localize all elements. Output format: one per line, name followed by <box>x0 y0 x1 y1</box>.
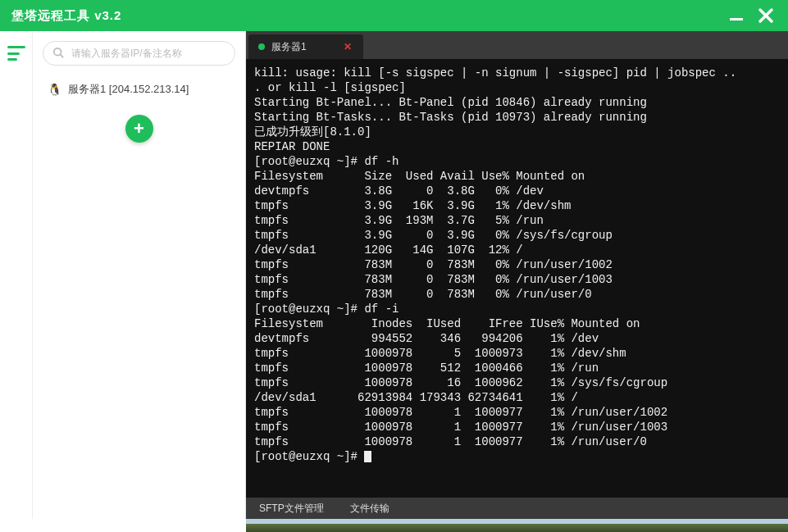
server-list: 🐧服务器1 [204.152.213.14] <box>43 77 235 102</box>
main-panel: 服务器1✕ kill: usage: kill [-s sigspec | -n… <box>246 31 788 519</box>
minimize-button[interactable] <box>726 5 747 26</box>
terminal-cursor <box>364 451 371 462</box>
status-dot-icon <box>258 43 265 50</box>
tab-label: 服务器1 <box>271 40 307 54</box>
tab-bar: 服务器1✕ <box>246 31 788 59</box>
app-window: 堡塔远程工具 v3.2 🐧服务器1 [204.152.213.14] + <box>0 0 788 532</box>
desktop-background-sliver <box>246 519 788 532</box>
tab-close-button[interactable]: ✕ <box>342 41 353 52</box>
server-item-label: 服务器1 [204.152.213.14] <box>68 82 189 97</box>
menu-toggle-button[interactable] <box>7 46 25 61</box>
search-wrap <box>43 41 235 66</box>
terminal-tab[interactable]: 服务器1✕ <box>248 34 363 59</box>
footer-bar: SFTP文件管理文件传输 <box>246 498 788 519</box>
search-icon <box>52 47 64 61</box>
add-server-button[interactable]: + <box>125 115 153 143</box>
svg-rect-0 <box>730 18 743 20</box>
window-body: 🐧服务器1 [204.152.213.14] + 服务器1✕ kill: usa… <box>0 31 788 519</box>
search-input[interactable] <box>43 41 235 66</box>
terminal-output[interactable]: kill: usage: kill [-s sigspec | -n signu… <box>246 59 788 498</box>
left-strip <box>0 31 33 519</box>
window-title: 堡塔远程工具 v3.2 <box>11 8 717 24</box>
titlebar[interactable]: 堡塔远程工具 v3.2 <box>0 0 788 31</box>
file-transfer-button[interactable]: 文件传输 <box>337 498 403 519</box>
penguin-icon: 🐧 <box>48 83 61 96</box>
close-button[interactable] <box>755 5 777 26</box>
svg-line-2 <box>61 55 64 58</box>
svg-point-1 <box>54 48 61 56</box>
sidebar: 🐧服务器1 [204.152.213.14] + <box>33 31 246 519</box>
sftp-manager-button[interactable]: SFTP文件管理 <box>246 498 337 519</box>
server-item[interactable]: 🐧服务器1 [204.152.213.14] <box>43 77 235 102</box>
